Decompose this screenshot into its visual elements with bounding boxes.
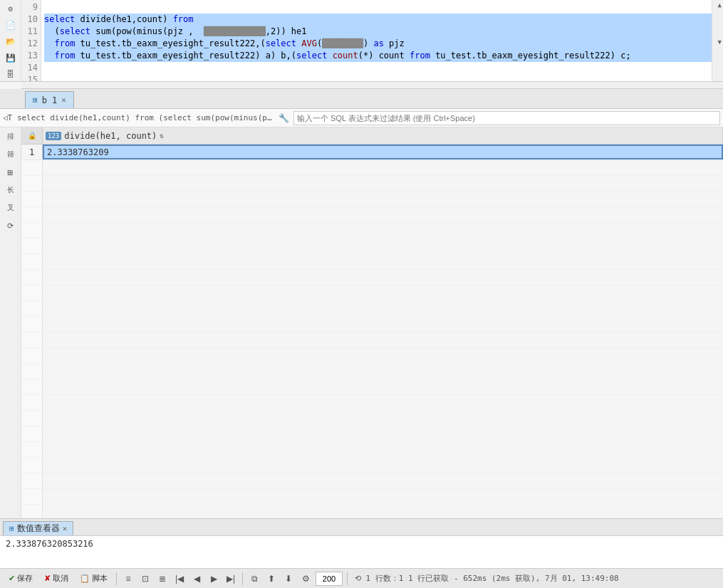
table-row: [21, 191, 723, 207]
save-icon: ✔: [9, 574, 15, 583]
table-row: [21, 473, 723, 489]
table-row: [21, 301, 723, 317]
grid-body[interactable]: 1 2.3338763209: [21, 145, 723, 518]
group-icon[interactable]: ⊞: [3, 164, 19, 180]
table-row: [21, 254, 723, 270]
col-header-divide[interactable]: 123 divide(he1, count) ⇅: [43, 127, 723, 144]
long-icon[interactable]: 长: [3, 182, 19, 198]
sort-asc-icon[interactable]: ⇅: [160, 132, 164, 140]
filter-rows-icon[interactable]: 筛: [3, 147, 19, 162]
grid-left-gutter: 排 筛 ⊞ 长 叉 ⟳: [0, 127, 21, 518]
value-text: 2.333876320853216: [6, 539, 93, 549]
table-row: [21, 160, 723, 176]
query-preview-text: ◁T select divide(he1,count) from (select…: [3, 113, 274, 122]
value-viewer: ⊞ 数值查看器 ✕ 2.333876320853216: [0, 518, 723, 568]
grid-panel: 🔒 123 divide(he1, count) ⇅ 1 2.333876320…: [21, 127, 723, 518]
script-icon: 📋: [80, 574, 90, 583]
copy-icon[interactable]: ⧉: [247, 572, 261, 586]
result-tabs-bar: ⊞ b 1 ✕: [0, 89, 723, 109]
table-row: [21, 285, 723, 301]
filter-settings-icon[interactable]: 🔧: [276, 111, 291, 125]
table-row: [21, 505, 723, 518]
table-row: [21, 207, 723, 223]
table-row: [21, 426, 723, 442]
code-line-12: from tu_test.tb_eaxm_eyesight_result222,…: [44, 38, 720, 50]
table-row: [21, 379, 723, 395]
indent-icon[interactable]: ⊡: [138, 572, 152, 586]
value-tab-label: 数值查看器: [17, 523, 60, 535]
tab-close-icon[interactable]: ✕: [61, 95, 66, 105]
toolbar-nav-last[interactable]: ▶|: [224, 572, 238, 586]
align-icon[interactable]: ≣: [155, 572, 170, 586]
toolbar-nav-first[interactable]: |◀: [172, 572, 187, 586]
table-row: [21, 489, 723, 505]
table-row: [21, 442, 723, 458]
table-row: [21, 348, 723, 364]
table-row: [21, 411, 723, 426]
lock-icon: 🔒: [28, 132, 36, 140]
toolbar-nav-next[interactable]: ▶: [207, 572, 221, 586]
line-numbers: 9 10 11 12 13 14 15: [21, 0, 41, 81]
value-tab-close-icon[interactable]: ✕: [63, 524, 68, 533]
table-row: [21, 223, 723, 238]
query-preview-bar: ◁T select divide(he1,count) from (select…: [0, 109, 723, 127]
left-toolbar: ⚙ 📄 📂 💾 🗄: [0, 0, 21, 81]
grid-cell-divide-1[interactable]: 2.3338763209: [43, 145, 723, 159]
sort-rows-icon[interactable]: 排: [3, 129, 19, 145]
row-num-header: 🔒: [21, 127, 43, 144]
settings-icon[interactable]: ⚙: [3, 1, 19, 16]
grid-icon: ⊞: [33, 95, 38, 105]
grid-header: 🔒 123 divide(he1, count) ⇅: [21, 127, 723, 145]
table-row: [21, 332, 723, 348]
download-icon[interactable]: ⬇: [281, 572, 296, 586]
code-line-14: [44, 62, 720, 74]
col-type-badge: 123: [46, 132, 61, 140]
tab-label: b 1: [42, 95, 58, 105]
table-row: [21, 395, 723, 411]
filter-input[interactable]: [293, 111, 720, 125]
value-viewer-tab[interactable]: ⊞ 数值查看器 ✕: [3, 521, 73, 535]
refresh-icon[interactable]: ⟳: [3, 218, 19, 233]
cancel-button[interactable]: ✘ 取消: [40, 571, 73, 587]
code-line-9: [44, 1, 720, 14]
db-icon[interactable]: 🗄: [3, 67, 19, 81]
bottom-toolbar: ✔ 保存 ✘ 取消 📋 脚本 ≡ ⊡ ≣ |◀ ◀ ▶ ▶| ⧉ ⬆ ⬇ ⚙ ⟲…: [0, 568, 723, 588]
upload-icon[interactable]: ⬆: [264, 572, 279, 586]
save-button[interactable]: ✔ 保存: [4, 571, 37, 587]
table-row[interactable]: 1 2.3338763209: [21, 145, 723, 160]
row-count-input[interactable]: [316, 572, 343, 586]
code-line-13: from tu_test.tb_eaxm_eyesight_result222)…: [44, 50, 720, 62]
col-header-label: divide(he1, count): [64, 131, 157, 141]
row-num-1: 1: [21, 145, 43, 159]
table-row: [21, 364, 723, 379]
scroll-down-icon[interactable]: ▼: [718, 38, 722, 46]
table-row: [21, 176, 723, 191]
grid-small-icon: ⊞: [9, 524, 14, 533]
toolbar-nav-prev[interactable]: ◀: [189, 572, 204, 586]
value-viewer-tabs: ⊞ 数值查看器 ✕: [0, 519, 723, 536]
code-content[interactable]: select divide(he1,count) from (select su…: [41, 0, 723, 81]
scroll-up-icon[interactable]: ▲: [718, 1, 722, 9]
format-icon[interactable]: ≡: [121, 572, 135, 586]
result-tab-b1[interactable]: ⊞ b 1 ✕: [25, 91, 74, 108]
toolbar-separator-2: [242, 572, 243, 585]
code-line-11: (select sum(pow(minus(pjz , ████████████…: [44, 26, 720, 38]
table-row: [21, 458, 723, 473]
script-button[interactable]: 📋 脚本: [76, 571, 112, 587]
toolbar-separator-3: [347, 572, 348, 585]
table-row: [21, 270, 723, 285]
cancel-icon: ✘: [44, 574, 51, 583]
code-editor[interactable]: 9 10 11 12 13 14 15 select divide(he1,co…: [21, 0, 723, 81]
table-row: [21, 238, 723, 254]
cross-icon[interactable]: 叉: [3, 200, 19, 216]
config-icon[interactable]: ⚙: [298, 572, 313, 586]
code-line-10: select divide(he1,count) from: [44, 14, 720, 26]
status-text: ⟲ 1 行数：1 1 行已获取 - 652ms (2ms 获取), 7月 01,…: [355, 573, 619, 584]
value-content: 2.333876320853216: [0, 536, 723, 568]
new-file-icon[interactable]: 📄: [3, 18, 19, 32]
h-scroll-area: [21, 82, 723, 89]
open-icon[interactable]: 📂: [3, 34, 19, 48]
v-scrollbar[interactable]: ▲ ▼: [712, 0, 723, 81]
code-line-15: [44, 74, 720, 81]
save-editor-icon[interactable]: 💾: [3, 51, 19, 65]
